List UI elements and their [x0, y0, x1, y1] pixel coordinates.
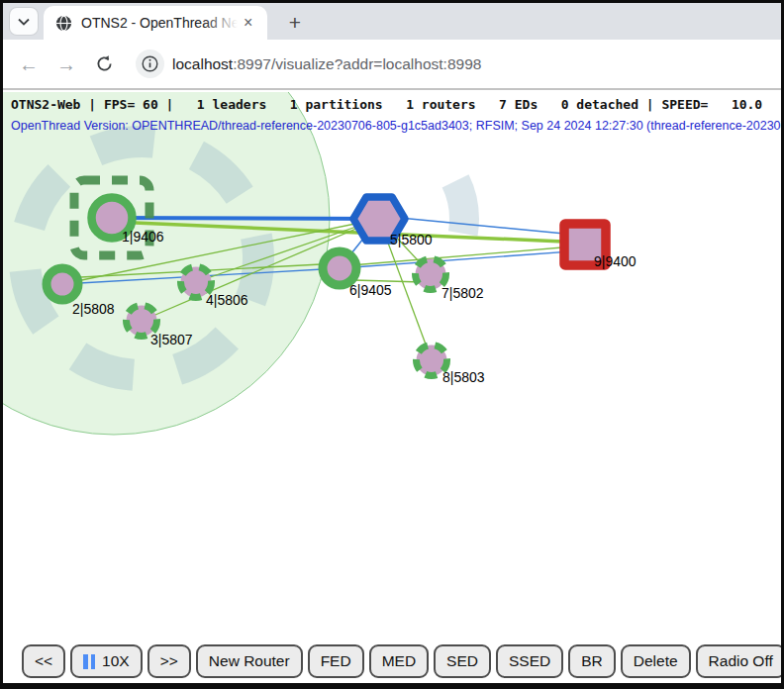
url-bar: ← → localhost:8997/visualize?addr=localh…: [3, 40, 781, 90]
node-1-label: 1|9406: [122, 229, 164, 245]
toolbar-button-label: New Router: [209, 652, 290, 670]
tab-title: OTNS2 - OpenThread Ne: [81, 14, 238, 33]
chevron-down-icon: [18, 18, 30, 26]
site-info-button[interactable]: [136, 49, 164, 78]
simulation-canvas[interactable]: 1|94062|58083|58074|58065|58006|94057|58…: [3, 92, 781, 682]
toolbar-button-sed[interactable]: SED: [434, 644, 491, 678]
toolbar-button-label: 10X: [102, 652, 130, 670]
new-tab-button[interactable]: +: [281, 9, 309, 36]
node-6[interactable]: [323, 251, 356, 285]
forward-icon[interactable]: →: [56, 54, 76, 74]
info-icon: [142, 55, 158, 72]
toolbar-button-br[interactable]: BR: [568, 644, 616, 678]
toolbar-button-speed[interactable]: 10X: [70, 644, 143, 678]
toolbar-button-rewind[interactable]: <<: [22, 644, 65, 678]
reload-icon[interactable]: [95, 54, 114, 73]
toolbar-button-label: Delete: [634, 652, 678, 670]
toolbar-button-radio-off[interactable]: Radio Off: [696, 644, 784, 678]
globe-favicon-icon: [55, 15, 72, 32]
toolbar-button-label: SED: [446, 652, 478, 670]
tab-bar: OTNS2 - OpenThread Ne × +: [3, 3, 781, 40]
node-3-label: 3|5807: [150, 332, 193, 347]
node-5-label: 5|5800: [390, 232, 433, 247]
node-8-label: 8|5803: [442, 369, 485, 385]
toolbar-button-label: SSED: [509, 652, 550, 670]
browser-window: OTNS2 - OpenThread Ne × + ← → localhost:…: [0, 0, 784, 689]
network-graph[interactable]: 1|94062|58083|58074|58065|58006|94057|58…: [3, 92, 781, 682]
toolbar-button-label: MED: [382, 652, 416, 670]
toolbar: <<10X>>New RouterFEDMEDSEDSSEDBRDeleteRa…: [22, 644, 784, 678]
toolbar-button-label: >>: [160, 652, 178, 670]
link-6-9: [340, 250, 585, 268]
node-2[interactable]: [47, 268, 78, 300]
node-7-label: 7|5802: [441, 285, 484, 301]
toolbar-button-ssed[interactable]: SSED: [496, 644, 563, 678]
toolbar-button-fed[interactable]: FED: [308, 644, 364, 678]
toolbar-button-label: <<: [35, 652, 52, 670]
status-line: OTNS2-Web | FPS= 60 | 1 leaders 1 partit…: [11, 97, 762, 112]
toolbar-button-forward[interactable]: >>: [147, 644, 191, 678]
browser-tab[interactable]: OTNS2 - OpenThread Ne ×: [44, 6, 267, 40]
toolbar-button-label: Radio Off: [709, 652, 773, 670]
toolbar-button-delete[interactable]: Delete: [621, 644, 691, 678]
version-line: OpenThread Version: OPENTHREAD/thread-re…: [11, 119, 784, 133]
back-icon[interactable]: ←: [19, 54, 39, 74]
tab-close-icon[interactable]: ×: [244, 15, 252, 31]
link-6-9: [340, 246, 585, 266]
node-6-label: 6|9405: [349, 282, 392, 298]
toolbar-button-med[interactable]: MED: [369, 644, 429, 678]
pause-icon: [83, 654, 88, 669]
tab-search-button[interactable]: [10, 8, 38, 35]
node-9-label: 9|9400: [594, 253, 637, 269]
toolbar-button-label: FED: [321, 652, 351, 670]
address-text[interactable]: localhost:8997/visualize?addr=localhost:…: [172, 55, 481, 73]
node-2-label: 2|5808: [72, 301, 115, 317]
toolbar-button-new-router[interactable]: New Router: [196, 644, 303, 678]
node-4-label: 4|5806: [206, 292, 248, 308]
toolbar-button-label: BR: [581, 652, 603, 670]
pause-icon: [91, 654, 96, 669]
